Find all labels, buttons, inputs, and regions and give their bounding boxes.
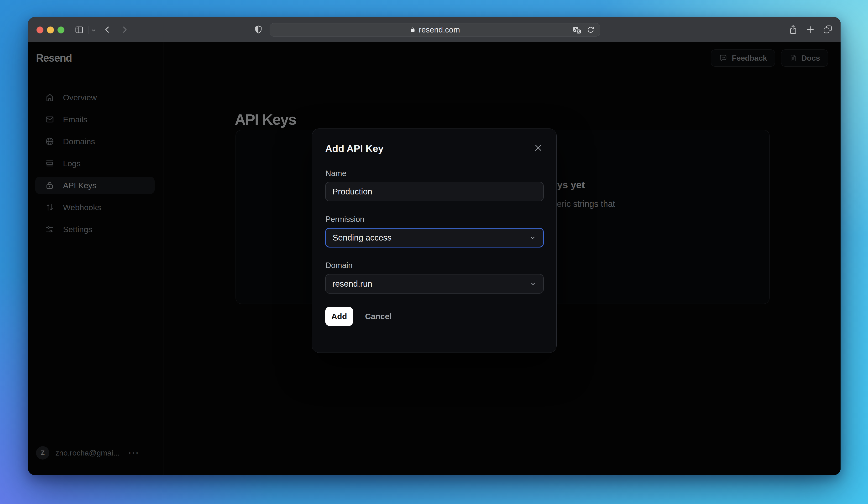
- permission-select[interactable]: Sending access: [325, 228, 544, 248]
- sidebar-toggle-icon[interactable]: [74, 25, 84, 34]
- toolbar-divider: [89, 26, 89, 34]
- permission-select-value: Sending access: [333, 233, 392, 242]
- back-icon[interactable]: [103, 24, 112, 34]
- modal-title: Add API Key: [325, 143, 384, 154]
- cancel-button[interactable]: Cancel: [365, 307, 392, 326]
- zoom-window-button[interactable]: [58, 27, 64, 33]
- minimize-window-button[interactable]: [47, 27, 54, 33]
- browser-toolbar: resend.com: [28, 17, 840, 42]
- shield-icon[interactable]: [254, 24, 264, 35]
- close-icon[interactable]: [533, 142, 544, 154]
- app-content: Resend Overview Ema: [28, 42, 840, 475]
- add-api-key-modal: Add API Key Name Permission Sending acce…: [312, 129, 557, 353]
- traffic-lights: [37, 27, 64, 33]
- close-window-button[interactable]: [37, 27, 43, 33]
- reload-icon[interactable]: [587, 26, 595, 34]
- permission-label: Permission: [326, 215, 364, 224]
- name-input[interactable]: [325, 182, 544, 201]
- chevron-down-icon: [529, 234, 536, 241]
- address-bar[interactable]: resend.com: [270, 23, 600, 37]
- tab-overview-icon[interactable]: [823, 24, 833, 34]
- browser-window: resend.com: [28, 17, 840, 475]
- chevron-down-icon[interactable]: [91, 28, 96, 33]
- share-icon[interactable]: [788, 24, 798, 36]
- add-button[interactable]: Add: [325, 307, 353, 326]
- domain-label: Domain: [326, 261, 353, 270]
- chevron-down-icon: [529, 280, 537, 288]
- lock-icon: [410, 26, 416, 33]
- forward-icon[interactable]: [120, 24, 129, 34]
- url-text: resend.com: [419, 25, 460, 34]
- name-label: Name: [326, 169, 347, 178]
- domain-select-value: resend.run: [332, 279, 372, 289]
- domain-select[interactable]: resend.run: [325, 274, 544, 294]
- new-tab-icon[interactable]: [806, 25, 815, 34]
- translate-icon[interactable]: [572, 26, 582, 34]
